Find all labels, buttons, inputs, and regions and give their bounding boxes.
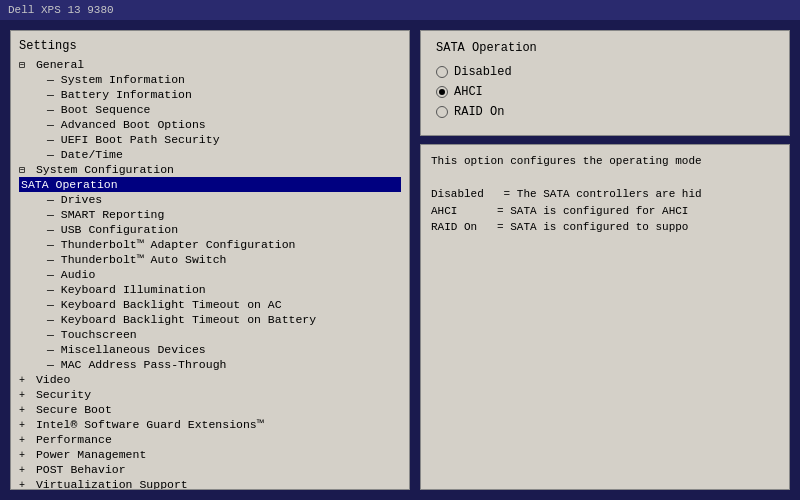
- tree-item-thunderbolt-auto-switch[interactable]: — Thunderbolt™ Auto Switch: [19, 252, 401, 267]
- sata-raid-radio[interactable]: [436, 106, 448, 118]
- sata-ahci-label: AHCI: [454, 85, 483, 99]
- tree-item-misc-devices[interactable]: — Miscellaneous Devices: [19, 342, 401, 357]
- settings-root-label: Settings: [19, 39, 401, 53]
- tree-item-sata-operation[interactable]: SATA Operation: [19, 177, 401, 192]
- tree-item-smart-reporting[interactable]: — SMART Reporting: [19, 207, 401, 222]
- description-box: This option configures the operating mod…: [420, 144, 790, 490]
- tree-item-uefi-boot-path-security[interactable]: — UEFI Boot Path Security: [19, 132, 401, 147]
- security-label: Security: [36, 388, 91, 401]
- main-area: Settings ⊟ General — System Information …: [0, 20, 800, 500]
- performance-expand-icon: +: [19, 435, 29, 446]
- secure-boot-section[interactable]: + Secure Boot: [19, 402, 401, 417]
- security-expand-icon: +: [19, 390, 29, 401]
- tree-item-battery-information[interactable]: — Battery Information: [19, 87, 401, 102]
- right-panel: SATA Operation Disabled AHCI RAID On Thi…: [420, 30, 790, 490]
- video-section[interactable]: + Video: [19, 372, 401, 387]
- tree-item-thunderbolt-adapter[interactable]: — Thunderbolt™ Adapter Configuration: [19, 237, 401, 252]
- tree-item-audio[interactable]: — Audio: [19, 267, 401, 282]
- general-expand-icon: ⊟: [19, 59, 29, 71]
- system-config-label[interactable]: System Configuration: [36, 163, 174, 176]
- intel-sgx-section[interactable]: + Intel® Software Guard Extensions™: [19, 417, 401, 432]
- sata-ahci-radio[interactable]: [436, 86, 448, 98]
- tree-item-advanced-boot-options[interactable]: — Advanced Boot Options: [19, 117, 401, 132]
- power-mgmt-label: Power Management: [36, 448, 146, 461]
- description-detail-2: RAID On = SATA is configured to suppo: [431, 219, 779, 236]
- tree-item-drives[interactable]: — Drives: [19, 192, 401, 207]
- title-text: Dell XPS 13 9380: [8, 4, 114, 16]
- virtualization-expand-icon: +: [19, 480, 29, 490]
- intel-sgx-label: Intel® Software Guard Extensions™: [36, 418, 264, 431]
- post-behavior-label: POST Behavior: [36, 463, 126, 476]
- video-expand-icon: +: [19, 375, 29, 386]
- video-label: Video: [36, 373, 71, 386]
- tree-item-date-time[interactable]: — Date/Time: [19, 147, 401, 162]
- power-management-section[interactable]: + Power Management: [19, 447, 401, 462]
- general-label[interactable]: General: [36, 58, 84, 71]
- tree-item-system-information[interactable]: — System Information: [19, 72, 401, 87]
- tree-item-keyboard-backlight-ac[interactable]: — Keyboard Backlight Timeout on AC: [19, 297, 401, 312]
- description-detail-0: Disabled = The SATA controllers are hid: [431, 186, 779, 203]
- post-behavior-expand-icon: +: [19, 465, 29, 476]
- tree-item-usb-configuration[interactable]: — USB Configuration: [19, 222, 401, 237]
- performance-section[interactable]: + Performance: [19, 432, 401, 447]
- system-config-expand-icon: ⊟: [19, 164, 29, 176]
- virtualization-section[interactable]: + Virtualization Support: [19, 477, 401, 490]
- secure-boot-label: Secure Boot: [36, 403, 112, 416]
- intel-sgx-expand-icon: +: [19, 420, 29, 431]
- sata-disabled-radio[interactable]: [436, 66, 448, 78]
- title-bar: Dell XPS 13 9380: [0, 0, 800, 20]
- performance-label: Performance: [36, 433, 112, 446]
- security-section[interactable]: + Security: [19, 387, 401, 402]
- sata-operation-box: SATA Operation Disabled AHCI RAID On: [420, 30, 790, 136]
- tree-item-keyboard-backlight-battery[interactable]: — Keyboard Backlight Timeout on Battery: [19, 312, 401, 327]
- power-mgmt-expand-icon: +: [19, 450, 29, 461]
- sata-raid-label: RAID On: [454, 105, 504, 119]
- sata-operation-title: SATA Operation: [436, 41, 774, 55]
- tree-item-keyboard-illumination[interactable]: — Keyboard Illumination: [19, 282, 401, 297]
- tree-item-mac-address[interactable]: — MAC Address Pass-Through: [19, 357, 401, 372]
- tree-item-touchscreen[interactable]: — Touchscreen: [19, 327, 401, 342]
- sata-raid-option[interactable]: RAID On: [436, 105, 774, 119]
- sata-ahci-option[interactable]: AHCI: [436, 85, 774, 99]
- tree-item-boot-sequence[interactable]: — Boot Sequence: [19, 102, 401, 117]
- sata-disabled-option[interactable]: Disabled: [436, 65, 774, 79]
- system-config-section: ⊟ System Configuration: [19, 162, 401, 177]
- general-section: ⊟ General: [19, 57, 401, 72]
- virtualization-label: Virtualization Support: [36, 478, 188, 490]
- post-behavior-section[interactable]: + POST Behavior: [19, 462, 401, 477]
- left-panel[interactable]: Settings ⊟ General — System Information …: [10, 30, 410, 490]
- sata-disabled-label: Disabled: [454, 65, 512, 79]
- description-detail-1: AHCI = SATA is configured for AHCI: [431, 203, 779, 220]
- description-text: This option configures the operating mod…: [431, 153, 779, 170]
- secure-boot-expand-icon: +: [19, 405, 29, 416]
